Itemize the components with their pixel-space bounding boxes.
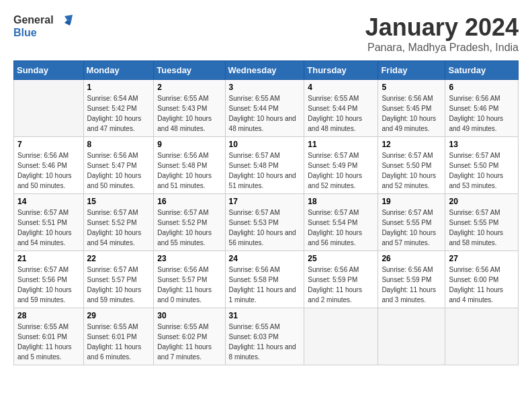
calendar-cell: 8 Sunrise: 6:56 AMSunset: 5:47 PMDayligh… (83, 137, 154, 194)
calendar-cell: 16 Sunrise: 6:57 AMSunset: 5:52 PMDaylig… (154, 194, 225, 251)
day-detail: Sunrise: 6:56 AMSunset: 5:46 PMDaylight:… (17, 150, 80, 191)
calendar-cell: 4 Sunrise: 6:55 AMSunset: 5:44 PMDayligh… (304, 80, 378, 137)
day-detail: Sunrise: 6:57 AMSunset: 5:53 PMDaylight:… (229, 208, 301, 248)
day-detail: Sunrise: 6:55 AMSunset: 5:43 PMDaylight:… (157, 93, 221, 134)
calendar-cell (378, 308, 445, 365)
logo: General Blue (13, 13, 73, 39)
day-number: 4 (308, 83, 374, 92)
day-number: 24 (229, 254, 301, 263)
day-number: 6 (449, 83, 515, 92)
day-detail: Sunrise: 6:57 AMSunset: 5:51 PMDaylight:… (17, 208, 80, 248)
day-detail: Sunrise: 6:57 AMSunset: 5:55 PMDaylight:… (449, 208, 515, 248)
calendar-cell: 3 Sunrise: 6:55 AMSunset: 5:44 PMDayligh… (225, 80, 304, 137)
page-header: General Blue January 2024 Panara, Madhya… (13, 13, 519, 54)
calendar-week-row: 7 Sunrise: 6:56 AMSunset: 5:46 PMDayligh… (14, 137, 519, 194)
calendar-cell: 30 Sunrise: 6:55 AMSunset: 6:02 PMDaylig… (154, 308, 225, 365)
calendar-cell (304, 308, 378, 365)
day-number: 25 (308, 254, 374, 263)
calendar-cell: 18 Sunrise: 6:57 AMSunset: 5:54 PMDaylig… (304, 194, 378, 251)
calendar-cell: 10 Sunrise: 6:57 AMSunset: 5:48 PMDaylig… (225, 137, 304, 194)
day-number: 31 (229, 311, 301, 320)
day-detail: Sunrise: 6:57 AMSunset: 5:50 PMDaylight:… (449, 150, 515, 191)
day-detail: Sunrise: 6:55 AMSunset: 6:02 PMDaylight:… (157, 322, 221, 362)
location-subtitle: Panara, Madhya Pradesh, India (365, 42, 519, 54)
calendar-week-row: 14 Sunrise: 6:57 AMSunset: 5:51 PMDaylig… (14, 194, 519, 251)
calendar-cell: 24 Sunrise: 6:56 AMSunset: 5:58 PMDaylig… (225, 251, 304, 308)
calendar-cell: 15 Sunrise: 6:57 AMSunset: 5:52 PMDaylig… (83, 194, 154, 251)
calendar-cell: 14 Sunrise: 6:57 AMSunset: 5:51 PMDaylig… (14, 194, 84, 251)
day-number: 30 (157, 311, 221, 320)
day-detail: Sunrise: 6:56 AMSunset: 5:46 PMDaylight:… (449, 93, 515, 134)
day-number: 14 (17, 197, 80, 206)
weekday-header: Friday (378, 61, 445, 80)
day-detail: Sunrise: 6:55 AMSunset: 6:01 PMDaylight:… (87, 322, 150, 362)
day-detail: Sunrise: 6:54 AMSunset: 5:42 PMDaylight:… (87, 93, 150, 134)
calendar-week-row: 28 Sunrise: 6:55 AMSunset: 6:01 PMDaylig… (14, 308, 519, 365)
calendar-cell: 21 Sunrise: 6:57 AMSunset: 5:56 PMDaylig… (14, 251, 84, 308)
day-detail: Sunrise: 6:57 AMSunset: 5:54 PMDaylight:… (308, 208, 374, 248)
day-number: 27 (449, 254, 515, 263)
day-number: 12 (382, 140, 441, 149)
calendar-table: SundayMondayTuesdayWednesdayThursdayFrid… (13, 60, 519, 365)
day-number: 18 (308, 197, 374, 206)
day-detail: Sunrise: 6:57 AMSunset: 5:52 PMDaylight:… (157, 208, 221, 248)
calendar-cell: 2 Sunrise: 6:55 AMSunset: 5:43 PMDayligh… (154, 80, 225, 137)
calendar-cell: 5 Sunrise: 6:56 AMSunset: 5:45 PMDayligh… (378, 80, 445, 137)
day-number: 16 (157, 197, 221, 206)
calendar-cell: 26 Sunrise: 6:56 AMSunset: 5:59 PMDaylig… (378, 251, 445, 308)
day-number: 5 (382, 83, 441, 92)
day-detail: Sunrise: 6:55 AMSunset: 6:03 PMDaylight:… (229, 322, 301, 362)
day-number: 26 (382, 254, 441, 263)
day-number: 22 (87, 254, 150, 263)
calendar-cell: 27 Sunrise: 6:56 AMSunset: 6:00 PMDaylig… (445, 251, 519, 308)
day-detail: Sunrise: 6:57 AMSunset: 5:49 PMDaylight:… (308, 150, 374, 191)
day-number: 11 (308, 140, 374, 149)
weekday-header: Sunday (14, 61, 84, 80)
day-number: 28 (17, 311, 80, 320)
day-number: 7 (17, 140, 80, 149)
day-number: 8 (87, 140, 150, 149)
day-detail: Sunrise: 6:57 AMSunset: 5:48 PMDaylight:… (229, 150, 301, 191)
day-detail: Sunrise: 6:56 AMSunset: 5:59 PMDaylight:… (382, 265, 441, 305)
day-number: 13 (449, 140, 515, 149)
day-detail: Sunrise: 6:56 AMSunset: 5:48 PMDaylight:… (157, 150, 221, 191)
calendar-cell: 13 Sunrise: 6:57 AMSunset: 5:50 PMDaylig… (445, 137, 519, 194)
calendar-cell: 31 Sunrise: 6:55 AMSunset: 6:03 PMDaylig… (225, 308, 304, 365)
day-detail: Sunrise: 6:56 AMSunset: 6:00 PMDaylight:… (449, 265, 515, 305)
calendar-cell: 1 Sunrise: 6:54 AMSunset: 5:42 PMDayligh… (83, 80, 154, 137)
month-year-title: January 2024 (365, 13, 519, 42)
day-number: 15 (87, 197, 150, 206)
weekday-header: Monday (83, 61, 154, 80)
day-number: 10 (229, 140, 301, 149)
calendar-cell: 28 Sunrise: 6:55 AMSunset: 6:01 PMDaylig… (14, 308, 84, 365)
calendar-cell: 12 Sunrise: 6:57 AMSunset: 5:50 PMDaylig… (378, 137, 445, 194)
weekday-header: Tuesday (154, 61, 225, 80)
logo-mark: General Blue (13, 13, 73, 39)
weekday-header: Saturday (445, 61, 519, 80)
day-detail: Sunrise: 6:56 AMSunset: 5:45 PMDaylight:… (382, 93, 441, 134)
day-detail: Sunrise: 6:55 AMSunset: 5:44 PMDaylight:… (308, 93, 374, 134)
day-detail: Sunrise: 6:55 AMSunset: 5:44 PMDaylight:… (229, 93, 301, 134)
day-number: 20 (449, 197, 515, 206)
calendar-cell (445, 308, 519, 365)
calendar-cell: 7 Sunrise: 6:56 AMSunset: 5:46 PMDayligh… (14, 137, 84, 194)
calendar-cell: 6 Sunrise: 6:56 AMSunset: 5:46 PMDayligh… (445, 80, 519, 137)
day-number: 21 (17, 254, 80, 263)
calendar-week-row: 21 Sunrise: 6:57 AMSunset: 5:56 PMDaylig… (14, 251, 519, 308)
day-detail: Sunrise: 6:57 AMSunset: 5:57 PMDaylight:… (87, 265, 150, 305)
day-detail: Sunrise: 6:55 AMSunset: 6:01 PMDaylight:… (17, 322, 80, 362)
day-detail: Sunrise: 6:57 AMSunset: 5:50 PMDaylight:… (382, 150, 441, 191)
calendar-cell (14, 80, 84, 137)
day-number: 9 (157, 140, 221, 149)
day-detail: Sunrise: 6:56 AMSunset: 5:58 PMDaylight:… (229, 265, 301, 305)
calendar-cell: 11 Sunrise: 6:57 AMSunset: 5:49 PMDaylig… (304, 137, 378, 194)
day-detail: Sunrise: 6:56 AMSunset: 5:47 PMDaylight:… (87, 150, 150, 191)
calendar-cell: 19 Sunrise: 6:57 AMSunset: 5:55 PMDaylig… (378, 194, 445, 251)
calendar-week-row: 1 Sunrise: 6:54 AMSunset: 5:42 PMDayligh… (14, 80, 519, 137)
day-detail: Sunrise: 6:56 AMSunset: 5:57 PMDaylight:… (157, 265, 221, 305)
calendar-cell: 29 Sunrise: 6:55 AMSunset: 6:01 PMDaylig… (83, 308, 154, 365)
day-number: 23 (157, 254, 221, 263)
day-detail: Sunrise: 6:57 AMSunset: 5:55 PMDaylight:… (382, 208, 441, 248)
day-detail: Sunrise: 6:57 AMSunset: 5:56 PMDaylight:… (17, 265, 80, 305)
title-section: January 2024 Panara, Madhya Pradesh, Ind… (365, 13, 519, 54)
